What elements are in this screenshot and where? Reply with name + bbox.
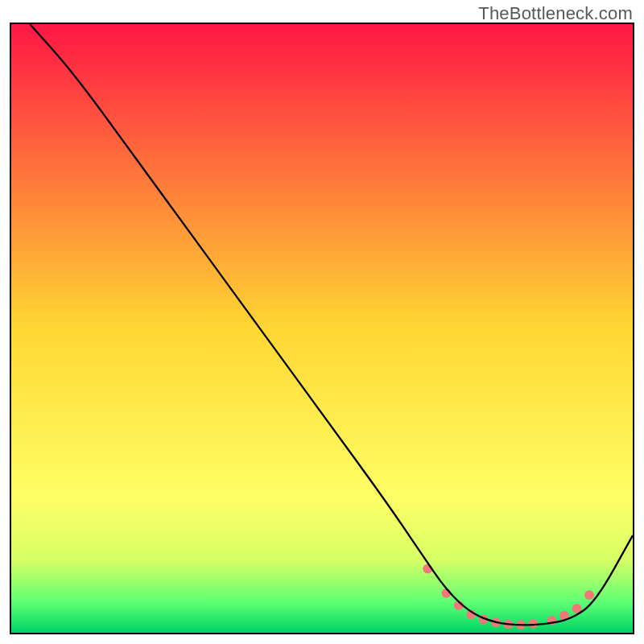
chart-marker	[584, 590, 594, 600]
chart-marker	[529, 619, 539, 629]
chart-svg	[11, 24, 633, 633]
chart-plot-area	[10, 23, 634, 634]
watermark-text: TheBottleneck.com	[478, 3, 633, 24]
